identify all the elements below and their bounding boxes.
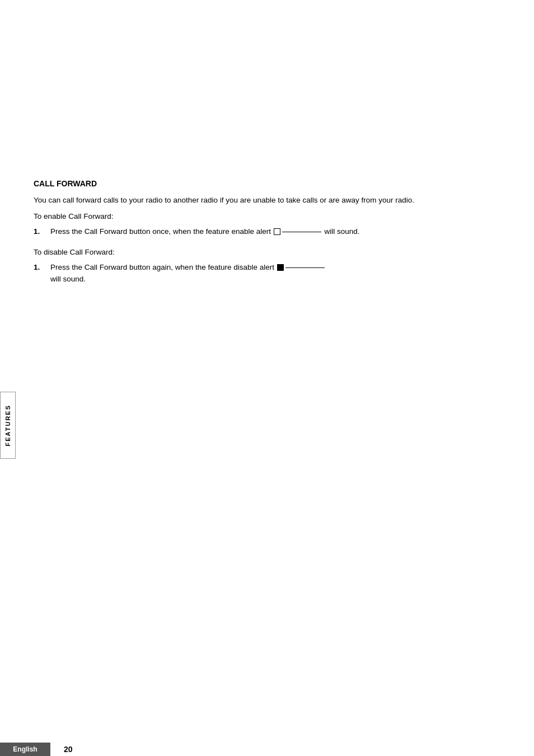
disable-alert-filled-box-icon [277,264,284,271]
section-title: CALL FORWARD [34,179,500,188]
disable-step-1-number: 1. [34,262,50,285]
disable-section: To disable Call Forward: 1. Press the Ca… [34,248,500,285]
enable-steps-list: 1. Press the Call Forward button once, w… [34,226,500,238]
enable-step-1-content: Press the Call Forward button once, when… [50,226,500,238]
enable-alert-open-box-icon [274,228,280,235]
disable-step-1: 1. Press the Call Forward button again, … [34,262,500,285]
sidebar-tab-label: FEATURES [4,405,11,446]
enable-step-1: 1. Press the Call Forward button once, w… [34,226,500,238]
enable-heading: To enable Call Forward: [34,212,500,220]
disable-step-1-content: Press the Call Forward button again, whe… [50,262,500,285]
language-badge: English [0,743,50,756]
features-sidebar-tab: FEATURES [0,392,16,459]
footer: English 20 [0,743,534,756]
intro-paragraph: You can call forward calls to your radio… [34,195,500,206]
disable-heading: To disable Call Forward: [34,248,500,256]
enable-alert-line [282,232,321,233]
disable-steps-list: 1. Press the Call Forward button again, … [34,262,500,285]
enable-step-1-number: 1. [34,226,50,238]
page-number: 20 [64,745,73,754]
disable-alert-line [285,267,325,269]
page-container: FEATURES CALL FORWARD You can call forwa… [0,179,534,756]
main-content: CALL FORWARD You can call forward calls … [34,179,500,285]
